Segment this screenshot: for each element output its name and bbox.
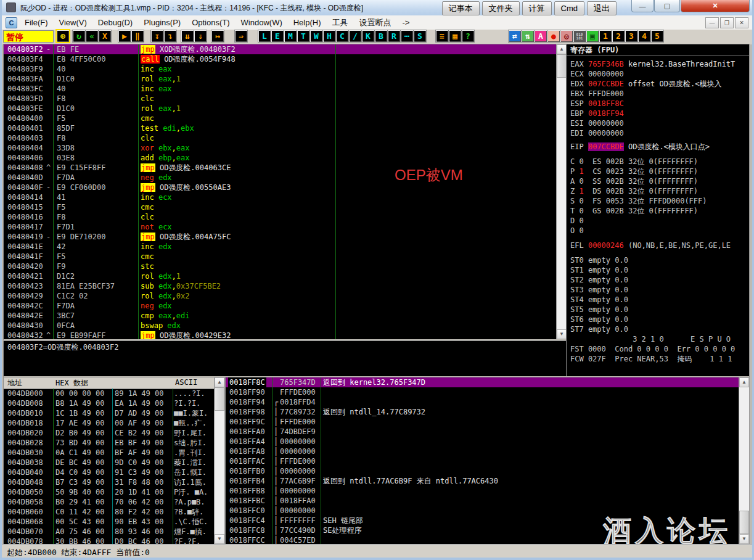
stack-row[interactable]: 0018FF8C765F347D返回到 kernel32.765F347D — [226, 377, 739, 387]
stack-row[interactable]: 0018FFB8│00000000 — [226, 486, 739, 496]
dump-row[interactable]: 004DB05050 9B 40 0020 1D 41 00P汙. ■A. — [4, 487, 215, 497]
register-line[interactable]: EBP 0018FF94 — [570, 109, 624, 118]
disasm-row[interactable]: 00480420F9stc — [4, 261, 557, 271]
disasm-row[interactable]: 0048041FF5cmc — [4, 252, 557, 261]
run-icon[interactable]: ▶ — [118, 30, 131, 42]
mdi-child-icon[interactable]: C — [6, 17, 17, 28]
fpu-register-line[interactable]: ST1 empty 0.0 — [570, 265, 628, 275]
register-efl-line[interactable]: EFL 00000246 (NO,NB,E,BE,NS,PE,GE,LE — [570, 241, 731, 250]
menu-item-0[interactable]: File(F) — [19, 15, 54, 30]
stack-scrollbar[interactable]: ▲ ▼ — [739, 377, 749, 544]
scroll-down-icon[interactable]: ▼ — [557, 329, 567, 339]
flag-line[interactable]: T 0 GS 002B 32位 0(FFFFFFFF) — [570, 206, 698, 216]
menu-item-4[interactable]: Options(T) — [186, 15, 235, 30]
menu-item-6[interactable]: Help(H) — [288, 15, 327, 30]
flag-line[interactable]: D 0 — [570, 216, 584, 226]
disasm-row[interactable]: 00480403F8clc — [4, 133, 557, 143]
stack-row[interactable]: 0018FFA4│00000000 — [226, 437, 739, 447]
disasm-scrollbar[interactable]: ▲ ▼ — [557, 44, 567, 339]
register-line[interactable]: ECX 00000000 — [570, 69, 624, 79]
stack-row[interactable]: 0018FFA8│00000000 — [226, 447, 739, 456]
fpu-register-line[interactable]: ST0 empty 0.0 — [570, 255, 628, 265]
open-file-icon[interactable]: ⊕ — [57, 30, 69, 42]
register-line[interactable]: ESP 0018FF8C — [570, 99, 624, 109]
register-line[interactable]: EBX FFFDE000 — [570, 89, 624, 99]
breakpoints-icon[interactable]: B — [375, 30, 387, 42]
disasm-row[interactable]: 004803F2-EB FEjmp XOD强度检.004803F2 — [4, 44, 557, 54]
disasm-row[interactable]: 00480417F7D1not ecx — [4, 222, 557, 232]
register-line[interactable]: ESI 00000000 — [570, 118, 624, 128]
folder-button[interactable]: 文件夹 — [482, 1, 520, 15]
animate-over-icon[interactable]: ⇓ — [194, 30, 207, 42]
flag-line[interactable]: C 0 ES 002B 32位 0(FFFFFFFF) — [570, 157, 698, 167]
dump-scrollbar[interactable]: ▲ ▼ — [215, 377, 224, 544]
disasm-row[interactable]: 00480429C1C2 02rol edx,0x2 — [4, 291, 557, 301]
target-icon[interactable]: ◎ — [560, 30, 573, 42]
stack-row[interactable]: 0018FFAC│FFFDE000 — [226, 456, 739, 466]
disasm-row[interactable]: 0048040185DFtest edi,ebx — [4, 123, 557, 133]
stack-row[interactable]: 0018FFA0│74DBDEF9 — [226, 427, 739, 437]
dump-row[interactable]: 004DB048B7 C3 49 0031 F8 48 00访I.1鳫. — [4, 477, 215, 487]
close-button[interactable]: ✕ — [681, 0, 750, 12]
dump-row[interactable]: 004DB040D4 C0 49 0091 C3 49 00岳I.慨I. — [4, 467, 215, 477]
log-window-icon[interactable]: L — [258, 30, 271, 42]
restart-icon[interactable]: ↻ — [73, 30, 85, 42]
scrollbar-thumb[interactable] — [215, 387, 224, 411]
dump-row[interactable]: 004DB008B8 1A 49 00EA 1A 49 00?I.?I. — [4, 398, 215, 408]
disasm-row[interactable]: 004803F940inc eax — [4, 64, 557, 74]
record-icon[interactable]: ● — [547, 30, 560, 42]
exit-button[interactable]: 退出 — [587, 1, 617, 15]
desktop-5-icon[interactable]: 5 — [651, 30, 663, 42]
patches-icon[interactable]: / — [349, 30, 361, 42]
disasm-row[interactable]: 004803FC40inc eax — [4, 84, 557, 94]
disasm-row[interactable]: 00480416F8clc — [4, 212, 557, 222]
stack-row[interactable]: 0018FFB4│77AC6B9F返回到 ntdll.77AC6B9F 来自 n… — [226, 476, 739, 486]
scroll-up-icon[interactable]: ▲ — [557, 44, 567, 54]
disasm-row[interactable]: 004804300FCAbswap edx — [4, 321, 557, 331]
disasm-row[interactable]: 004803FAD1C0rol eax,1 — [4, 74, 557, 84]
memory-dump-pane[interactable]: 地址 HEX 数据 ASCII 004DB00000 00 00 0089 1A… — [4, 377, 215, 544]
fpu-status-line[interactable]: FCW 027F Prec NEAR,53 掩码 1 1 1 — [570, 354, 732, 364]
step-into-icon[interactable]: ↧ — [151, 30, 163, 42]
disasm-row[interactable]: 0048040603E8add ebp,eax — [4, 153, 557, 163]
maximize-button[interactable]: ▢ — [654, 0, 680, 12]
registers-pane[interactable]: 寄存器 (FPU) EAX 765F346B kernel32.BaseThre… — [567, 44, 749, 376]
call-stack-icon[interactable]: K — [362, 30, 374, 42]
stack-row[interactable]: 0018FF90FFFDE000 — [226, 387, 739, 397]
menu-item-5[interactable]: Window(W) — [236, 15, 288, 30]
go-to-icon[interactable]: ⇒ — [235, 30, 247, 42]
close-program-icon[interactable]: X — [99, 30, 111, 42]
step-back-icon[interactable]: « — [86, 30, 98, 42]
disasm-row[interactable]: 00480400F5cmc — [4, 113, 557, 123]
disasm-row[interactable]: 00480415F5cmc — [4, 202, 557, 212]
scroll-down-icon[interactable]: ▼ — [739, 534, 749, 544]
notepad-button[interactable]: 记事本 — [442, 1, 480, 15]
stack-row[interactable]: 0018FFB0│00000000 — [226, 466, 739, 476]
step-over-icon[interactable]: ↴ — [164, 30, 176, 42]
pause-icon[interactable]: ‖ — [131, 30, 144, 42]
cmd-button[interactable]: Cmd — [554, 1, 584, 15]
disasm-row[interactable]: 0048040433D8xor ebx,eax — [4, 143, 557, 153]
mdi-minimize-button[interactable]: — — [705, 17, 719, 28]
desktop-1-icon[interactable]: 1 — [599, 30, 612, 42]
handles-icon[interactable]: H — [323, 30, 335, 42]
disasm-row[interactable]: 0048042CF7DAneg edx — [4, 301, 557, 311]
dump-row[interactable]: 004DB02873 BD 49 00EB BF 49 00s绌.肟I. — [4, 438, 215, 448]
menu-item-2[interactable]: Debug(D) — [92, 15, 138, 30]
register-line[interactable]: EDI 00000000 — [570, 128, 624, 138]
dump-row[interactable]: 004DB07830 BB 46 00D0 BC 46 00?F.?F. — [4, 537, 215, 544]
dump-row[interactable]: 004DB020D2 B0 49 00CE B2 49 00野I.尾I. — [4, 428, 215, 438]
dump-row[interactable]: 004DB070A0 75 46 0080 93 46 00燻F.■摃. — [4, 527, 215, 537]
flag-line[interactable]: Z 1 DS 002B 32位 0(FFFFFFFF) — [570, 186, 698, 196]
help-icon[interactable]: ? — [462, 30, 474, 42]
fpu-register-line[interactable]: ST2 empty 0.0 — [570, 275, 628, 285]
disasm-row[interactable]: 004803FDF8clc — [4, 94, 557, 104]
disasm-row[interactable]: 004803FED1C0rol eax,1 — [4, 104, 557, 113]
stack-row[interactable]: 0018FFBC│0018FFA0 — [226, 496, 739, 506]
fpu-register-line[interactable]: ST7 empty 0.0 — [570, 324, 628, 334]
register-line[interactable]: EAX 765F346B kernel32.BaseThreadInitT — [570, 59, 735, 69]
stack-row[interactable]: 0018FF9C│FFFDE000 — [226, 417, 739, 427]
mdi-restore-button[interactable]: ❐ — [720, 17, 734, 28]
desktop-4-icon[interactable]: 4 — [638, 30, 650, 42]
assembler-icon[interactable]: A — [535, 30, 547, 42]
